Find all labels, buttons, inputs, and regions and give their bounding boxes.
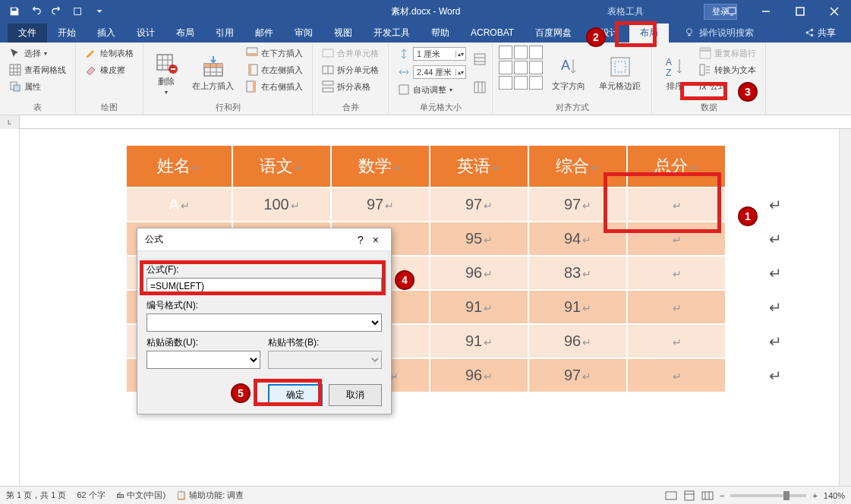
undo-button[interactable] (26, 2, 46, 21)
close-button[interactable] (817, 0, 851, 23)
status-words[interactable]: 62 个字 (77, 490, 105, 501)
view-read-icon[interactable] (665, 490, 677, 502)
th-math[interactable]: 数学↵ (331, 145, 430, 187)
cell[interactable]: 96↵ (430, 358, 528, 392)
th-chinese[interactable]: 语文↵ (232, 145, 331, 187)
zoom-out-button[interactable]: − (720, 491, 724, 500)
cell[interactable]: 97↵ (528, 187, 627, 222)
insert-left-button[interactable]: 在左侧插入 (243, 62, 306, 77)
ok-button[interactable]: 确定 (268, 384, 323, 406)
tab-mailings[interactable]: 邮件 (244, 24, 284, 43)
formula-input[interactable] (147, 278, 382, 295)
save-button[interactable] (5, 2, 24, 21)
tab-references[interactable]: 引用 (205, 24, 244, 43)
delete-button[interactable]: 删除▾ (150, 46, 183, 100)
cell-total[interactable]: ↵ (627, 187, 726, 222)
cell[interactable]: 83↵ (528, 256, 627, 290)
tab-home[interactable]: 开始 (47, 24, 87, 43)
align-br[interactable] (529, 76, 543, 90)
minimize-button[interactable] (749, 0, 783, 23)
status-proof[interactable]: 📋 辅助功能: 调查 (176, 490, 244, 501)
vertical-ruler[interactable] (0, 129, 20, 486)
dialog-titlebar[interactable]: 公式 ? × (137, 228, 391, 251)
status-page[interactable]: 第 1 页，共 1 页 (6, 490, 66, 501)
view-print-icon[interactable] (683, 490, 695, 502)
properties-button[interactable]: 属性 (6, 79, 69, 94)
tab-review[interactable]: 审阅 (284, 24, 323, 43)
cell[interactable]: 91↵ (430, 324, 528, 358)
cell-total[interactable]: ↵ (627, 256, 726, 290)
cell-total[interactable]: ↵ (627, 290, 726, 324)
split-cells-button[interactable]: 拆分单元格 (319, 62, 382, 77)
dialog-help-button[interactable]: ? (353, 234, 368, 246)
cancel-button[interactable]: 取消 (329, 384, 382, 406)
align-tc[interactable] (514, 46, 528, 59)
align-bc[interactable] (514, 76, 528, 90)
th-total[interactable]: 总分↵ (627, 145, 726, 187)
align-tr[interactable] (529, 46, 543, 59)
tab-insert[interactable]: 插入 (87, 24, 126, 43)
redo-button[interactable] (47, 2, 67, 21)
tab-design[interactable]: 设计 (126, 24, 165, 43)
distribute-cols-icon[interactable] (474, 81, 486, 93)
select-button[interactable]: 选择▾ (6, 46, 69, 61)
tab-view[interactable]: 视图 (323, 24, 363, 43)
paste-bookmark-select[interactable] (268, 351, 382, 369)
cell[interactable]: 97↵ (528, 358, 627, 392)
draw-table-button[interactable]: 绘制表格 (82, 46, 137, 61)
tell-me-search[interactable]: 操作说明搜索 (684, 27, 754, 39)
cell-name[interactable]: A↵ (126, 187, 232, 222)
insert-below-button[interactable]: 在下方插入 (243, 46, 306, 61)
vertical-scrollbar[interactable] (839, 129, 851, 486)
tab-help[interactable]: 帮助 (421, 24, 460, 43)
tab-baidu[interactable]: 百度网盘 (525, 24, 582, 43)
ribbon-options-button[interactable] (714, 0, 749, 23)
text-direction-button[interactable]: A文字方向 (547, 46, 590, 100)
tab-developer[interactable]: 开发工具 (363, 24, 421, 43)
distribute-rows-icon[interactable] (474, 53, 486, 65)
insert-above-button[interactable]: 在上方插入 (188, 46, 238, 100)
tab-table-layout[interactable]: 布局 (629, 24, 669, 43)
cell-total[interactable]: ↵ (627, 358, 726, 392)
zoom-slider[interactable] (730, 494, 806, 497)
zoom-in-button[interactable]: + (812, 491, 817, 500)
view-web-icon[interactable] (701, 490, 714, 502)
view-gridlines-button[interactable]: 查看网格线 (6, 62, 69, 77)
cell[interactable]: 97↵ (430, 187, 528, 222)
align-mc[interactable] (514, 61, 528, 74)
tab-file[interactable]: 文件 (8, 24, 47, 43)
cell-total[interactable]: ↵ (627, 222, 726, 256)
cell[interactable]: 96↵ (528, 324, 627, 358)
cell[interactable]: 97↵ (331, 187, 430, 222)
cell[interactable]: 91↵ (528, 290, 627, 324)
cell[interactable]: 94↵ (528, 222, 627, 256)
insert-right-button[interactable]: 在右侧插入 (243, 79, 306, 94)
autofit-button[interactable]: 自动调整▾ (395, 82, 469, 97)
tab-layout[interactable]: 布局 (165, 24, 205, 43)
th-comprehensive[interactable]: 综合↵ (528, 145, 627, 187)
split-table-button[interactable]: 拆分表格 (319, 79, 382, 94)
align-mr[interactable] (529, 61, 543, 74)
sort-button[interactable]: AZ排序 (658, 46, 692, 100)
merge-cells-button[interactable]: 合并单元格 (319, 46, 382, 61)
cell[interactable]: 95↵ (430, 222, 528, 256)
paste-func-select[interactable] (147, 351, 260, 369)
repeat-header-button[interactable]: 重复标题行 (696, 46, 759, 61)
col-width-field[interactable]: 2.44 厘米▴▾ (395, 64, 469, 80)
eraser-button[interactable]: 橡皮擦 (82, 62, 137, 77)
cell-total[interactable]: ↵ (627, 324, 726, 358)
convert-to-text-button[interactable]: 转换为文本 (696, 62, 759, 77)
maximize-button[interactable] (783, 0, 817, 23)
qat-dropdown[interactable] (90, 2, 109, 21)
dialog-close-button[interactable]: × (368, 234, 383, 246)
align-bl[interactable] (499, 76, 512, 90)
cell[interactable]: 91↵ (430, 290, 528, 324)
cell[interactable]: 96↵ (430, 256, 528, 290)
number-format-select[interactable] (147, 313, 382, 332)
row-height-field[interactable]: 1 厘米▴▾ (395, 46, 469, 62)
horizontal-ruler[interactable]: L (0, 115, 851, 129)
status-lang[interactable]: 🖮 中文(中国) (116, 490, 165, 501)
tab-acrobat[interactable]: ACROBAT (460, 24, 525, 41)
align-tl[interactable] (499, 46, 512, 59)
align-ml[interactable] (499, 61, 512, 74)
